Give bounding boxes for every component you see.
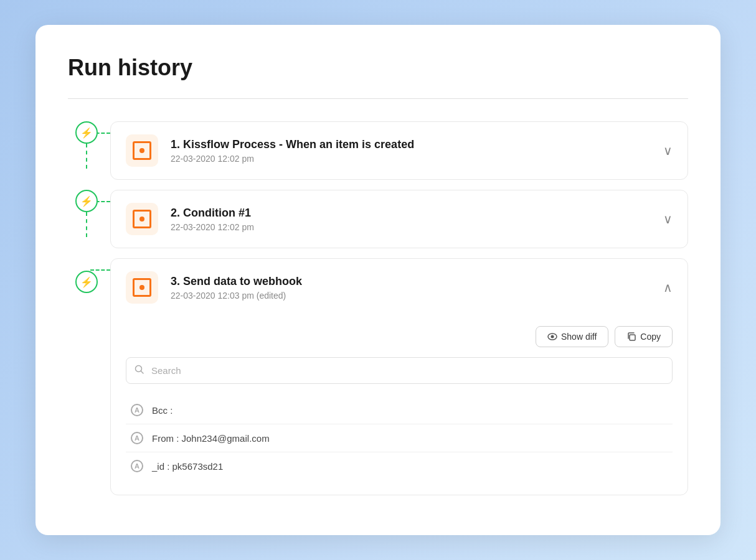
timeline-icon-2: ⚡ bbox=[75, 190, 98, 212]
data-row-bcc: A Bcc : bbox=[126, 396, 673, 424]
lightning-icon-2: ⚡ bbox=[80, 195, 93, 207]
kissflow-icon-1 bbox=[133, 141, 151, 160]
svg-line-4 bbox=[141, 371, 144, 373]
expanded-card-header-3[interactable]: 3. Send data to webhook 22-03-2020 12:03… bbox=[111, 259, 687, 316]
timeline-item-2: ⚡ 2. Condition #1 22-03-2020 12:02 pm bbox=[68, 190, 688, 248]
item-card-left-1: 1. Kissflow Process - When an item is cr… bbox=[126, 134, 414, 167]
item-title-2: 2. Condition #1 bbox=[171, 207, 254, 220]
timeline-left-3: ⚡ bbox=[68, 258, 105, 293]
data-icon-from: A bbox=[131, 432, 143, 444]
search-icon bbox=[135, 365, 144, 377]
kissflow-icon-2 bbox=[133, 210, 151, 228]
timeline-left-1: ⚡ bbox=[68, 121, 105, 169]
timeline-line-2 bbox=[86, 212, 87, 237]
copy-icon bbox=[626, 332, 636, 342]
timeline-line-1 bbox=[86, 144, 87, 169]
timeline-left-2: ⚡ bbox=[68, 190, 105, 237]
data-row-from: A From : John234@gmail.com bbox=[126, 424, 673, 452]
chevron-icon-3: ∧ bbox=[663, 280, 673, 295]
copy-button[interactable]: Copy bbox=[615, 326, 673, 347]
timeline-item-1: ⚡ 1. Kissflow Process - When an item is … bbox=[68, 121, 688, 180]
svg-rect-2 bbox=[630, 335, 635, 340]
timeline-content-1: 1. Kissflow Process - When an item is cr… bbox=[110, 121, 688, 180]
main-card: Run history ⚡ 1. Kissflow P bbox=[35, 25, 721, 535]
kissflow-icon-3 bbox=[133, 278, 151, 297]
show-diff-button[interactable]: Show diff bbox=[536, 326, 608, 347]
chevron-icon-2: ∨ bbox=[663, 212, 673, 226]
toolbar-row: Show diff Copy bbox=[126, 326, 673, 347]
item-time-1: 22-03-2020 12:02 pm bbox=[171, 154, 414, 164]
search-input[interactable] bbox=[126, 357, 673, 384]
item-icon-wrapper-2 bbox=[126, 203, 158, 235]
timeline-icon-3: ⚡ bbox=[75, 271, 98, 293]
item-text-1: 1. Kissflow Process - When an item is cr… bbox=[171, 138, 414, 164]
data-rows: A Bcc : A From : John234@gmail.com A _id… bbox=[126, 396, 673, 480]
item-text-3: 3. Send data to webhook 22-03-2020 12:03… bbox=[171, 275, 302, 301]
data-label-id: _id : pk5673sd21 bbox=[152, 461, 223, 472]
show-diff-label: Show diff bbox=[561, 332, 597, 342]
copy-label: Copy bbox=[640, 332, 661, 342]
eye-icon bbox=[547, 332, 557, 342]
expanded-card-body-3: Show diff Copy bbox=[111, 316, 687, 495]
item-icon-wrapper-1 bbox=[126, 134, 158, 167]
item-time-3: 22-03-2020 12:03 pm (edited) bbox=[171, 291, 302, 301]
timeline: ⚡ 1. Kissflow Process - When an item is … bbox=[68, 121, 688, 505]
item-card-1[interactable]: 1. Kissflow Process - When an item is cr… bbox=[110, 121, 688, 180]
lightning-icon-3: ⚡ bbox=[80, 276, 93, 288]
timeline-content-3: 3. Send data to webhook 22-03-2020 12:03… bbox=[110, 258, 688, 495]
timeline-connector-3 bbox=[90, 269, 110, 271]
data-label-from: From : John234@gmail.com bbox=[152, 433, 270, 444]
chevron-icon-1: ∨ bbox=[663, 143, 673, 158]
svg-point-1 bbox=[550, 335, 554, 338]
item-title-1: 1. Kissflow Process - When an item is cr… bbox=[171, 138, 414, 151]
item-title-3: 3. Send data to webhook bbox=[171, 275, 302, 288]
lightning-icon-1: ⚡ bbox=[80, 127, 93, 139]
timeline-content-2: 2. Condition #1 22-03-2020 12:02 pm ∨ bbox=[110, 190, 688, 248]
expanded-card-3: 3. Send data to webhook 22-03-2020 12:03… bbox=[110, 258, 688, 495]
data-value-from: John234@gmail.com bbox=[182, 433, 270, 444]
data-icon-bcc: A bbox=[131, 404, 143, 416]
data-value-id: pk5673sd21 bbox=[172, 461, 224, 472]
timeline-item-3: ⚡ 3. Send data to webhook 22-03-2020 12: bbox=[68, 258, 688, 495]
item-time-2: 22-03-2020 12:02 pm bbox=[171, 222, 254, 232]
item-card-left-2: 2. Condition #1 22-03-2020 12:02 pm bbox=[126, 203, 254, 235]
timeline-icon-1: ⚡ bbox=[75, 121, 98, 144]
data-row-id: A _id : pk5673sd21 bbox=[126, 452, 673, 480]
item-card-2[interactable]: 2. Condition #1 22-03-2020 12:02 pm ∨ bbox=[110, 190, 688, 248]
data-label-bcc: Bcc : bbox=[152, 405, 172, 416]
page-title: Run history bbox=[68, 55, 688, 81]
search-row bbox=[126, 357, 673, 384]
data-icon-id: A bbox=[131, 460, 143, 472]
title-divider bbox=[68, 98, 688, 99]
item-icon-wrapper-3 bbox=[126, 271, 158, 304]
item-text-2: 2. Condition #1 22-03-2020 12:02 pm bbox=[171, 207, 254, 232]
item-card-left-3: 3. Send data to webhook 22-03-2020 12:03… bbox=[126, 271, 302, 304]
